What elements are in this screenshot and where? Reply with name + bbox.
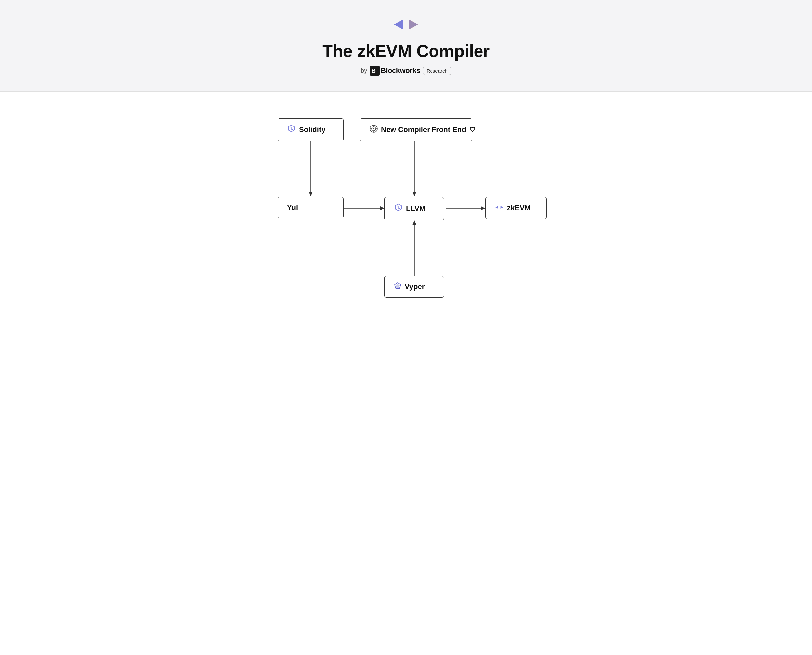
diagram-container: Solidity New Compiler Front End 🛡 Yul <box>264 112 548 304</box>
new-compiler-node: New Compiler Front End 🛡 <box>360 118 472 141</box>
llvm-icon <box>394 203 403 214</box>
header-section: The zkEVM Compiler by B Blockworks Resea… <box>0 0 812 92</box>
svg-marker-24 <box>501 206 503 209</box>
svg-marker-15 <box>412 220 416 225</box>
blockworks-logo: B Blockworks <box>369 66 420 75</box>
page-title: The zkEVM Compiler <box>7 41 805 61</box>
svg-marker-11 <box>380 206 385 210</box>
svg-marker-23 <box>495 206 498 209</box>
solidity-label: Solidity <box>299 126 325 134</box>
svg-marker-26 <box>396 284 400 288</box>
yul-label: Yul <box>287 203 298 212</box>
zkevm-label: zkEVM <box>507 204 531 212</box>
new-compiler-label: New Compiler Front End <box>381 126 466 134</box>
research-badge: Research <box>423 66 451 75</box>
llvm-label: LLVM <box>406 204 425 213</box>
svg-marker-13 <box>481 206 486 210</box>
vyper-node: Vyper <box>384 276 444 298</box>
zkevm-icon <box>495 203 504 212</box>
svg-point-18 <box>373 128 374 129</box>
brand-name: Blockworks <box>381 66 420 75</box>
by-label: by <box>361 67 367 74</box>
solidity-icon <box>287 125 296 135</box>
svg-marker-7 <box>309 192 313 196</box>
header-icon <box>7 16 805 37</box>
svg-marker-9 <box>412 192 416 196</box>
zkevm-node: zkEVM <box>486 197 547 219</box>
svg-marker-2 <box>394 19 403 30</box>
yul-node: Yul <box>277 197 344 218</box>
diagram-section: Solidity New Compiler Front End 🛡 Yul <box>0 92 812 330</box>
new-compiler-icon2: 🛡 <box>470 126 475 134</box>
svg-text:B: B <box>371 68 375 74</box>
svg-marker-3 <box>409 19 418 30</box>
llvm-node: LLVM <box>384 197 444 220</box>
solidity-node: Solidity <box>277 118 344 141</box>
new-compiler-icon <box>369 125 378 135</box>
vyper-label: Vyper <box>404 283 424 291</box>
header-byline: by B Blockworks Research <box>7 66 805 75</box>
vyper-icon <box>394 282 401 291</box>
